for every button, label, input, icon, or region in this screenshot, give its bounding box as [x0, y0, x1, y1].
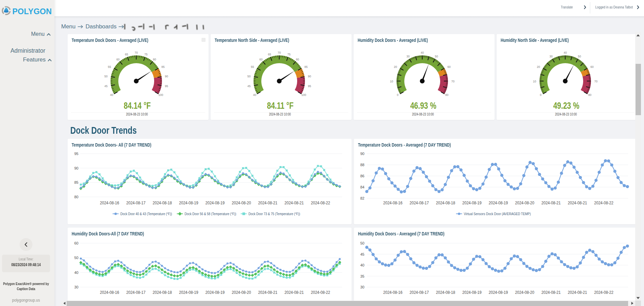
svg-text:20: 20: [394, 65, 397, 69]
svg-text:2024-08-19: 2024-08-19: [462, 201, 481, 205]
svg-text:40: 40: [253, 93, 257, 97]
svg-text:2024-08-17: 2024-08-17: [409, 290, 429, 295]
svg-text:30: 30: [360, 285, 364, 289]
svg-text:70: 70: [451, 80, 455, 83]
svg-text:45: 45: [360, 252, 364, 256]
svg-text:30: 30: [406, 55, 410, 58]
svg-text:2024-08-21: 2024-08-21: [568, 201, 587, 205]
svg-text:80: 80: [588, 93, 592, 97]
svg-text:90: 90: [308, 75, 311, 78]
svg-text:65: 65: [125, 53, 128, 56]
svg-text:0: 0: [397, 93, 399, 97]
svg-text:55: 55: [108, 65, 111, 69]
svg-text:2024-08-17: 2024-08-17: [126, 201, 145, 205]
svg-text:2024-08-21: 2024-08-21: [541, 290, 560, 295]
svg-text:80: 80: [74, 195, 78, 199]
svg-text:POLYGON: POLYGON: [13, 7, 52, 16]
svg-text:40: 40: [74, 271, 78, 275]
svg-text:2024-08-16: 2024-08-16: [100, 201, 119, 205]
svg-text:20: 20: [537, 65, 540, 69]
svg-text:2024-08-23 10:00: 2024-08-23 10:00: [412, 112, 434, 116]
svg-text:40: 40: [564, 51, 567, 54]
svg-text:86: 86: [360, 174, 364, 178]
svg-text:50: 50: [435, 55, 438, 58]
svg-text:50: 50: [104, 75, 108, 78]
svg-text:0: 0: [540, 93, 542, 97]
svg-text:2024-08-21: 2024-08-21: [541, 201, 560, 205]
svg-text:2024-08-23 10:00: 2024-08-23 10:00: [555, 112, 577, 116]
svg-text:85: 85: [162, 65, 165, 69]
svg-text:45: 45: [247, 84, 251, 88]
svg-text:40: 40: [421, 51, 424, 54]
svg-text:2024-08-20: 2024-08-20: [515, 290, 534, 295]
svg-text:10: 10: [533, 80, 536, 83]
svg-text:95: 95: [308, 84, 311, 88]
svg-text:75: 75: [287, 53, 291, 56]
svg-text:100: 100: [302, 93, 306, 97]
svg-text:90: 90: [165, 75, 168, 78]
svg-text:70: 70: [278, 51, 281, 54]
svg-text:70: 70: [594, 80, 598, 83]
svg-text:2024-08-20: 2024-08-20: [515, 201, 534, 205]
svg-text:2024-08-17: 2024-08-17: [126, 290, 145, 295]
svg-text:2024-08-21: 2024-08-21: [258, 290, 277, 295]
svg-text:2024-08-20: 2024-08-20: [232, 290, 251, 295]
svg-text:90: 90: [360, 152, 364, 156]
svg-text:10: 10: [390, 80, 393, 83]
svg-text:95: 95: [74, 152, 78, 156]
svg-text:2024-08-20: 2024-08-20: [232, 201, 251, 205]
svg-text:46.93 %: 46.93 %: [410, 100, 436, 110]
svg-text:90: 90: [74, 166, 78, 170]
svg-text:2024-08-19: 2024-08-19: [179, 201, 198, 205]
svg-text:Dock Door 56 & 58 (Temperature: Dock Door 56 & 58 (Temperature (°F)): [185, 212, 236, 216]
svg-text:55: 55: [251, 65, 254, 69]
svg-text:2024-08-19: 2024-08-19: [488, 290, 508, 295]
svg-text:50: 50: [578, 55, 581, 58]
svg-text:82: 82: [360, 196, 364, 200]
svg-text:2024-08-21: 2024-08-21: [258, 201, 277, 205]
svg-text:2024-08-19: 2024-08-19: [205, 201, 224, 205]
svg-text:50: 50: [247, 75, 251, 78]
svg-text:2024-08-16: 2024-08-16: [100, 290, 119, 295]
svg-text:88: 88: [360, 163, 364, 167]
svg-text:Dock Door 73 & 75 (Temperature: Dock Door 73 & 75 (Temperature (°F)): [248, 212, 300, 216]
svg-text:50: 50: [74, 256, 78, 260]
svg-text:60: 60: [116, 58, 120, 61]
svg-text:60: 60: [259, 58, 263, 61]
svg-text:2024-08-22: 2024-08-22: [594, 290, 613, 295]
svg-text:50: 50: [360, 241, 364, 245]
svg-text:2024-08-18: 2024-08-18: [152, 290, 172, 295]
svg-text:40: 40: [360, 263, 364, 267]
svg-text:2024-08-23 10:00: 2024-08-23 10:00: [126, 112, 148, 116]
svg-text:80: 80: [153, 58, 156, 61]
svg-text:2024-08-21: 2024-08-21: [284, 201, 304, 205]
svg-text:2024-08-18: 2024-08-18: [152, 201, 172, 205]
svg-text:80: 80: [296, 58, 299, 61]
svg-text:84: 84: [360, 185, 364, 189]
svg-text:2024-08-22: 2024-08-22: [594, 201, 613, 205]
svg-text:35: 35: [360, 274, 364, 278]
svg-text:40: 40: [110, 93, 114, 97]
svg-text:30: 30: [74, 285, 78, 289]
svg-text:85: 85: [305, 65, 308, 69]
svg-text:2024-08-21: 2024-08-21: [568, 290, 587, 295]
svg-text:2024-08-17: 2024-08-17: [409, 201, 429, 205]
svg-text:2024-08-18: 2024-08-18: [436, 290, 455, 295]
svg-text:2024-08-16: 2024-08-16: [383, 201, 402, 205]
svg-text:100: 100: [159, 93, 163, 97]
svg-text:80: 80: [445, 93, 449, 97]
svg-text:84.14 °F: 84.14 °F: [124, 100, 151, 110]
svg-text:2024-08-19: 2024-08-19: [179, 290, 198, 295]
svg-text:70: 70: [135, 51, 138, 54]
svg-text:95: 95: [165, 84, 168, 88]
svg-text:2024-08-16: 2024-08-16: [383, 290, 402, 295]
svg-text:Dock Door 40 & 43 (Temperature: Dock Door 40 & 43 (Temperature (°F)): [120, 212, 172, 216]
svg-text:2024-08-22: 2024-08-22: [311, 201, 330, 205]
svg-text:84.11 °F: 84.11 °F: [267, 100, 294, 110]
svg-text:2024-08-19: 2024-08-19: [205, 290, 224, 295]
svg-text:60: 60: [591, 65, 594, 69]
svg-text:Virtual Sensors Dock Door (AVE: Virtual Sensors Dock Door (AVERAGED TEMP…: [464, 212, 531, 216]
svg-text:2024-08-22: 2024-08-22: [311, 290, 330, 295]
svg-text:60: 60: [74, 241, 78, 245]
svg-text:45: 45: [104, 84, 108, 88]
